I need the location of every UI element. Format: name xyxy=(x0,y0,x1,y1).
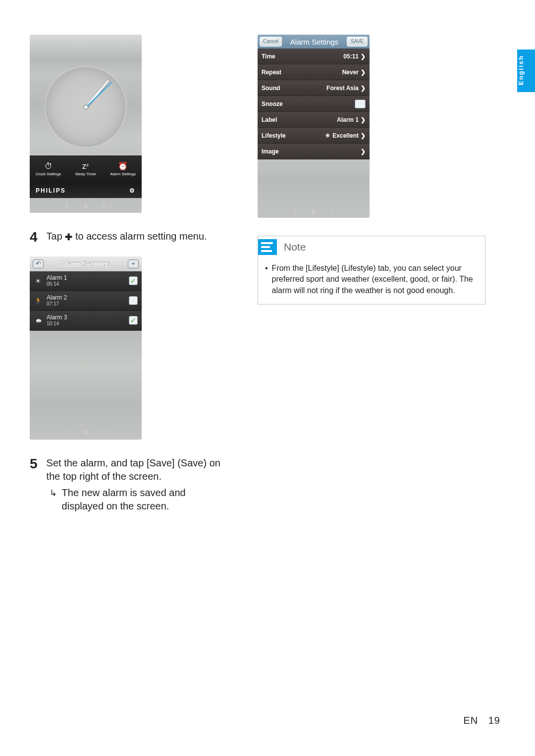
tab-sleep-timer[interactable]: zᶻ Sleep Timer xyxy=(67,155,104,183)
gear-icon[interactable]: ⚙ xyxy=(129,187,136,194)
alarm-label: Alarm 2 07:17 xyxy=(47,295,125,307)
setting-lifestyle[interactable]: Lifestyle ☀Excellent❯ xyxy=(258,128,370,144)
chevron-right-icon: ❯ xyxy=(361,69,366,76)
alarm-label: Alarm 3 10:14 xyxy=(47,314,125,327)
setting-image[interactable]: Image ❯ xyxy=(258,144,370,159)
system-nav: ⦚ ⌂ ⦚ xyxy=(30,198,142,213)
clock-settings-icon: ⏱ xyxy=(45,162,53,170)
setting-sound[interactable]: Sound Forest Asia❯ xyxy=(258,80,370,96)
step-text: Set the alarm, and tap [Save] (Save) on … xyxy=(47,456,228,483)
alarm-row[interactable]: 🏃 Alarm 2 07:17 xyxy=(30,291,142,311)
setting-value: Alarm 1 xyxy=(337,116,359,123)
step-text: Tap ✚ to access alarm setting menu. xyxy=(47,228,207,247)
step-4: 4 Tap ✚ to access alarm setting menu. xyxy=(30,228,228,247)
setting-label: Image xyxy=(262,148,279,155)
alarm-checkbox[interactable]: ✓ xyxy=(129,316,138,325)
nav-back-icon[interactable]: ⦚ xyxy=(65,428,69,436)
header-title: Alarm Settings xyxy=(290,38,339,46)
tab-clock-settings[interactable]: ⏱ Clock Settings xyxy=(30,155,67,183)
tab-label: Clock Settings xyxy=(36,172,61,176)
screenshot-alarm-list: ↶ Alarm Settings + ☀ Alarm 1 05:14 ✓ 🏃 A… xyxy=(30,256,142,440)
setting-value: Forest Asia xyxy=(326,85,359,92)
nav-recent-icon[interactable]: ⦚ xyxy=(103,428,106,436)
activity-icon: 🏃 xyxy=(34,297,43,304)
edit-header: Cancel Alarm Settings SAVE xyxy=(258,35,370,49)
chevron-right-icon: ❯ xyxy=(361,85,366,92)
nav-home-icon[interactable]: ⌂ xyxy=(84,202,88,209)
setting-label: Sound xyxy=(262,85,280,92)
alarm-checkbox[interactable] xyxy=(129,296,138,305)
clock-tabs: ⏱ Clock Settings zᶻ Sleep Timer ⏰ Alarm … xyxy=(30,155,142,183)
nav-back-icon[interactable]: ⦚ xyxy=(293,207,297,214)
setting-value: Never xyxy=(342,69,359,76)
step-number: 4 xyxy=(30,228,38,247)
save-button[interactable]: SAVE xyxy=(347,37,368,47)
chevron-right-icon: ❯ xyxy=(361,53,366,60)
alarm-time: 10:14 xyxy=(47,321,125,327)
add-alarm-button[interactable]: + xyxy=(128,259,139,268)
alarm-row[interactable]: 🌧 Alarm 3 10:14 ✓ xyxy=(30,311,142,331)
alarm-name: Alarm 3 xyxy=(47,314,125,321)
nav-back-icon[interactable]: ⦚ xyxy=(65,202,69,209)
note-heading: Note xyxy=(284,241,306,253)
setting-repeat[interactable]: Repeat Never❯ xyxy=(258,64,370,80)
setting-label: Lifestyle xyxy=(262,132,286,139)
setting-value: 05:11 xyxy=(343,53,359,60)
alarm-checkbox[interactable]: ✓ xyxy=(129,276,138,285)
snooze-toggle[interactable] xyxy=(355,100,366,108)
step-text-pre: Tap xyxy=(47,231,65,242)
setting-label: Label xyxy=(262,116,277,123)
setting-label: Time xyxy=(262,53,275,60)
setting-value: Excellent xyxy=(332,132,359,139)
alarm-list-header: ↶ Alarm Settings + xyxy=(30,256,142,271)
setting-snooze[interactable]: Snooze xyxy=(258,96,370,112)
chevron-right-icon: ❯ xyxy=(361,116,366,123)
clock-second-hand xyxy=(85,82,112,108)
brand-bar: PHILIPS ⚙ xyxy=(30,183,142,198)
nav-home-icon[interactable]: ⌂ xyxy=(312,207,316,214)
plus-icon: ✚ xyxy=(65,231,72,243)
sub-arrow-icon: ↳ xyxy=(50,486,57,513)
weather-icon: ☀ xyxy=(34,277,43,285)
rain-icon: 🌧 xyxy=(34,317,43,324)
nav-recent-icon[interactable]: ⦚ xyxy=(103,202,106,209)
system-nav: ⦚ ⌂ ⦚ xyxy=(30,425,142,440)
page-footer: EN 19 xyxy=(463,715,500,726)
nav-recent-icon[interactable]: ⦚ xyxy=(330,207,334,214)
setting-time[interactable]: Time 05:11❯ xyxy=(258,49,370,64)
analog-clock-face xyxy=(45,66,126,148)
step-sub-text: The new alarm is saved and displayed on … xyxy=(62,486,228,513)
note-text: From the [Lifestyle] (Lifestyle) tab, yo… xyxy=(272,263,478,296)
system-nav: ⦚ ⌂ ⦚ xyxy=(258,203,370,218)
back-button[interactable]: ↶ xyxy=(33,259,44,268)
screenshot-alarm-edit: Cancel Alarm Settings SAVE Time 05:11❯ R… xyxy=(258,35,370,218)
chevron-right-icon: ❯ xyxy=(361,132,366,139)
note-icon xyxy=(258,239,277,255)
alarm-name: Alarm 1 xyxy=(47,275,125,282)
alarm-settings-icon: ⏰ xyxy=(118,162,128,170)
step-number: 5 xyxy=(30,454,38,513)
alarm-time: 05:14 xyxy=(47,281,125,287)
nav-home-icon[interactable]: ⌂ xyxy=(84,428,88,436)
bullet-icon: • xyxy=(265,263,268,296)
step-5: 5 Set the alarm, and tap [Save] (Save) o… xyxy=(30,454,228,513)
setting-label: Repeat xyxy=(262,69,281,76)
sleep-timer-icon: zᶻ xyxy=(82,162,89,170)
note-box: Note • From the [Lifestyle] (Lifestyle) … xyxy=(258,236,485,304)
alarm-label: Alarm 1 05:14 xyxy=(47,275,125,287)
alarm-name: Alarm 2 xyxy=(47,295,125,302)
setting-label-row[interactable]: Label Alarm 1❯ xyxy=(258,112,370,128)
tab-alarm-settings[interactable]: ⏰ Alarm Settings xyxy=(105,155,142,183)
clock-center-dot xyxy=(84,105,88,109)
alarm-row[interactable]: ☀ Alarm 1 05:14 ✓ xyxy=(30,271,142,291)
tab-label: Sleep Timer xyxy=(75,172,97,176)
language-tab: English xyxy=(517,50,535,92)
step-text-post: to access alarm setting menu. xyxy=(72,231,207,242)
cancel-button[interactable]: Cancel xyxy=(260,37,282,47)
weather-excellent-icon: ☀ xyxy=(325,132,330,139)
header-title: Alarm Settings xyxy=(60,259,111,268)
footer-lang: EN xyxy=(463,715,478,726)
screenshot-clock: ⏱ Clock Settings zᶻ Sleep Timer ⏰ Alarm … xyxy=(30,35,142,213)
setting-label: Snooze xyxy=(262,101,283,107)
footer-page-number: 19 xyxy=(488,715,500,726)
